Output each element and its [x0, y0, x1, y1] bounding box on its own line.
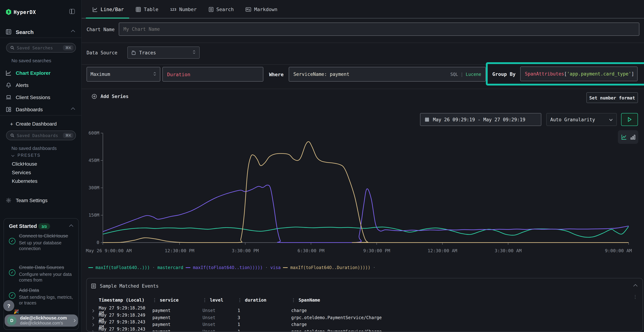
- tab-search[interactable]: Search: [208, 6, 234, 12]
- tab-markdown[interactable]: Markdown: [246, 6, 278, 12]
- avatar: D: [7, 316, 16, 325]
- sidebar-item-alerts[interactable]: Alerts: [0, 81, 82, 90]
- legend-entry[interactable]: maxIf(toFloat64O..Duration)))))·: [283, 265, 378, 270]
- aggregation-value: Maximum: [90, 72, 110, 77]
- search-icon: [10, 134, 14, 138]
- timeseries-chart[interactable]: 0150M300M450M600MMay 26 9:00:00 AM12:30:…: [86, 127, 633, 265]
- chart-type-tabs: Line/Bar Table 123 Number Search Markdow…: [82, 0, 644, 18]
- group-by-highlight: Group By SpanAttributes['app.payment.car…: [486, 62, 644, 86]
- where-input[interactable]: ServiceName: payment SQL | Lucene: [289, 67, 486, 82]
- where-label: Where: [269, 72, 284, 77]
- preset-item[interactable]: Services: [12, 170, 31, 175]
- set-number-format-button[interactable]: Set number format: [586, 92, 638, 103]
- legend-separator: ·: [265, 265, 268, 270]
- tab-number[interactable]: 123 Number: [170, 6, 196, 12]
- table-row[interactable]: May 27 9:29:18.243 AMpaymentUnset1grpc.o…: [91, 326, 635, 332]
- preset-item[interactable]: ClickHouse: [12, 161, 37, 167]
- alerts-label: Alerts: [16, 82, 28, 88]
- granularity-select[interactable]: Auto Granularity: [546, 113, 617, 126]
- sql-toggle[interactable]: SQL: [450, 72, 458, 77]
- date-range-input[interactable]: May 26 09:29:19 - May 27 09:29:19: [420, 113, 541, 126]
- help-button[interactable]: ?: [3, 300, 14, 311]
- logo-text: HyperDX: [14, 9, 36, 15]
- events-table-body: May 27 9:29:18.250 AMpaymentUnset1charge…: [91, 306, 635, 332]
- get-started-item[interactable]: ✓Create Data SourcesConfigure where your…: [9, 264, 74, 283]
- events-column-header[interactable]: ⋮service: [152, 297, 202, 302]
- chevron-up-icon[interactable]: [634, 284, 638, 288]
- field-input[interactable]: Duration: [162, 67, 263, 82]
- expand-row-icon[interactable]: [91, 329, 99, 332]
- chart-explorer-icon: [6, 70, 12, 76]
- granularity-value: Auto Granularity: [550, 117, 595, 122]
- bell-icon: [6, 82, 12, 88]
- chevron-up-icon[interactable]: [69, 224, 73, 228]
- preset-item[interactable]: Kubernetes: [12, 178, 38, 184]
- data-source-select[interactable]: Traces: [127, 46, 200, 59]
- lucene-toggle[interactable]: Lucene: [466, 72, 481, 77]
- set-number-format-label: Set number format: [589, 95, 635, 100]
- events-column-header[interactable]: ⋮duration: [238, 297, 291, 302]
- chevron-up-icon[interactable]: [71, 30, 75, 34]
- legend-color-dash: [283, 267, 288, 268]
- legend-entry[interactable]: maxIf(toFloat64O..)))·mastercard: [88, 265, 183, 270]
- get-started-item-subtitle: Configure where your data comes from: [19, 271, 74, 283]
- table-row[interactable]: May 27 9:29:18.243 AMpaymentUnset1charge: [91, 320, 635, 326]
- y-tick-label: 150M: [88, 212, 99, 218]
- sidebar-item-team-settings[interactable]: Team Settings: [0, 196, 82, 205]
- expand-row-icon[interactable]: [91, 315, 99, 320]
- table-row[interactable]: May 27 9:29:18.250 AMpaymentUnset1charge: [91, 306, 635, 312]
- tab-table[interactable]: Table: [136, 6, 158, 12]
- check-circle-icon: ✓: [9, 292, 16, 299]
- get-started-item[interactable]: ✓Add DataStart sending logs, metrics, or…: [9, 287, 74, 306]
- chart-name-input[interactable]: [119, 22, 639, 36]
- divider: [82, 89, 644, 89]
- table-icon: [136, 6, 141, 12]
- sidebar-item-client-sessions[interactable]: Client Sessions: [0, 93, 82, 102]
- events-title: Sample Matched Events: [100, 283, 159, 289]
- create-dashboard-label: Create Dashboard: [16, 121, 57, 127]
- chevron-up-icon[interactable]: [71, 108, 75, 112]
- table-row[interactable]: May 27 9:29:18.249 AMpaymentUnset3grpc.o…: [91, 312, 635, 320]
- expand-row-icon[interactable]: [91, 308, 99, 313]
- table-cell: Unset: [202, 322, 238, 327]
- legend-group-label: visa: [270, 265, 281, 270]
- shortcut-badge: ⌘K: [63, 133, 73, 138]
- chart-name-label: Chart Name: [86, 27, 115, 32]
- x-tick-label: 3:30:00 AM: [495, 248, 522, 253]
- calendar-icon: [425, 117, 429, 122]
- sidebar-item-dashboards[interactable]: Dashboards: [0, 105, 82, 114]
- get-started-item[interactable]: ✓Connect to ClickHouseSet up your databa…: [9, 233, 74, 252]
- group-by-label: Group By: [492, 71, 516, 77]
- events-column-header[interactable]: ⋮SpanName: [291, 297, 628, 302]
- line-chart-icon: [92, 6, 98, 12]
- kebab-menu-icon[interactable]: ⋮: [633, 294, 638, 300]
- add-series-button[interactable]: Add Series: [92, 94, 128, 99]
- saved-searches-input[interactable]: Saved Searches ⌘K: [6, 43, 76, 52]
- group-by-input[interactable]: SpanAttributes['app.payment.card_type']: [520, 66, 638, 81]
- list-icon: [208, 6, 214, 12]
- tabs-underline: [82, 18, 644, 18]
- sidebar-section-search[interactable]: Search: [0, 28, 82, 36]
- y-tick-label: 0: [96, 240, 99, 245]
- table-cell: charge: [291, 308, 635, 313]
- chart-explorer-label: Chart Explorer: [16, 70, 51, 76]
- presets-toggle[interactable]: PRESETS: [12, 153, 40, 158]
- sidebar-item-chart-explorer[interactable]: Chart Explorer: [0, 69, 82, 77]
- user-menu[interactable]: D dale@clickhouse.com dale@clickhouse.co…: [5, 314, 78, 327]
- dotted-separator: ⋮: [152, 297, 157, 302]
- events-column-header[interactable]: ⋮level: [202, 297, 238, 302]
- x-tick-label: 9:30:00 PM: [363, 248, 390, 253]
- field-value: Duration: [167, 71, 190, 77]
- legend-series-label: maxIf(toFloat64O..))): [96, 265, 150, 270]
- events-column-header[interactable]: Timestamp (Local): [99, 297, 152, 302]
- legend-entry[interactable]: maxIf(toFloat64O..tion)))))·visa: [186, 265, 280, 270]
- sidebar-collapse-icon[interactable]: [70, 9, 75, 14]
- create-dashboard-button[interactable]: + Create Dashboard: [0, 120, 82, 128]
- events-table-header: Timestamp (Local)⋮service⋮level⋮duration…: [91, 296, 628, 304]
- expand-row-icon[interactable]: [91, 322, 99, 327]
- aggregation-select[interactable]: Maximum: [86, 67, 160, 82]
- run-query-button[interactable]: [621, 113, 638, 126]
- saved-dashboards-input[interactable]: Saved Dashboards ⌘K: [6, 130, 76, 140]
- tab-line-bar[interactable]: Line/Bar: [92, 6, 124, 12]
- plus-icon: +: [10, 121, 13, 127]
